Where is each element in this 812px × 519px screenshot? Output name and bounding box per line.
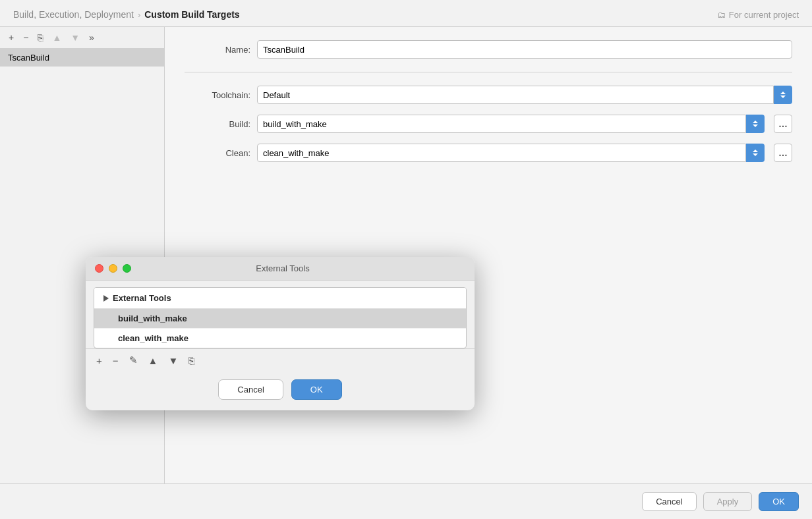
dialog-copy-button[interactable]: ⎘	[186, 354, 197, 368]
clean-down-arrow	[753, 153, 758, 156]
dialog-cancel-button[interactable]: Cancel	[218, 379, 283, 400]
sidebar-item-tscanbuild[interactable]: TscanBuild	[0, 49, 164, 67]
bottom-bar: Cancel Apply OK	[0, 483, 812, 519]
dialog-down-button[interactable]: ▼	[165, 354, 181, 368]
main-ok-button[interactable]: OK	[759, 492, 799, 511]
clean-stepper[interactable]	[746, 144, 765, 162]
toolchain-down-arrow	[780, 96, 786, 98]
toolchain-up-arrow	[780, 92, 786, 94]
breadcrumb-active: Custom Build Targets	[144, 9, 239, 20]
build-select-wrapper	[257, 115, 765, 133]
build-row: Build: …	[185, 115, 792, 133]
sidebar-toolbar: + − ⎘ ▲ ▼ »	[0, 27, 164, 49]
dialog-title: External Tools	[100, 263, 465, 273]
external-tools-dialog: External Tools External Tools build_with…	[86, 257, 475, 410]
clean-label: Clean:	[185, 148, 250, 158]
move-up-button[interactable]: ▲	[49, 31, 65, 44]
more-button[interactable]: »	[86, 31, 98, 44]
dialog-toolbar: + − ✎ ▲ ▼ ⎘	[86, 348, 475, 371]
for-project-label: For current project	[729, 10, 799, 20]
main-cancel-button[interactable]: Cancel	[642, 492, 696, 511]
breadcrumb-parent: Build, Execution, Deployment	[13, 9, 134, 20]
clean-input[interactable]	[257, 144, 746, 162]
build-label: Build:	[185, 119, 250, 129]
content-area: + − ⎘ ▲ ▼ » TscanBuild Name:	[0, 27, 812, 483]
build-stepper[interactable]	[746, 115, 765, 133]
dialog-remove-button[interactable]: −	[110, 354, 121, 368]
tree-item-build-with-make[interactable]: build_with_make	[94, 309, 466, 329]
main-apply-button[interactable]: Apply	[703, 492, 753, 511]
build-up-arrow	[753, 121, 758, 123]
tree-header: External Tools	[94, 288, 466, 309]
dialog-titlebar: External Tools	[86, 257, 475, 281]
name-row: Name:	[185, 40, 792, 59]
for-project: 🗂 For current project	[717, 10, 799, 20]
toolchain-select-wrapper	[257, 86, 792, 104]
clean-ellipsis-button[interactable]: …	[774, 144, 792, 162]
sidebar: + − ⎘ ▲ ▼ » TscanBuild	[0, 27, 165, 483]
divider	[185, 72, 792, 72]
name-input[interactable]	[257, 40, 792, 59]
copy-button[interactable]: ⎘	[34, 31, 46, 44]
breadcrumb-separator: ›	[138, 10, 140, 20]
toolchain-stepper[interactable]	[774, 86, 792, 104]
toolchain-label: Toolchain:	[185, 90, 250, 100]
dialog-add-button[interactable]: +	[94, 354, 105, 368]
add-button[interactable]: +	[5, 31, 17, 44]
dialog-up-button[interactable]: ▲	[146, 354, 161, 368]
build-input[interactable]	[257, 115, 746, 133]
remove-button[interactable]: −	[20, 31, 32, 44]
name-label: Name:	[185, 45, 250, 55]
clean-up-arrow	[753, 150, 758, 152]
tree-expand-icon	[103, 295, 109, 302]
dialog-bottom: Cancel OK	[86, 371, 475, 410]
dialog-tree: External Tools build_with_make clean_wit…	[94, 287, 467, 348]
tree-item-clean-with-make[interactable]: clean_with_make	[94, 329, 466, 348]
dialog-ok-button[interactable]: OK	[291, 379, 342, 400]
build-down-arrow	[753, 124, 758, 127]
dialog-edit-button[interactable]: ✎	[127, 353, 140, 368]
main-panel: Name: Toolchain: Build:	[165, 27, 812, 483]
header: Build, Execution, Deployment › Custom Bu…	[0, 0, 812, 27]
for-project-icon: 🗂	[717, 10, 726, 20]
move-down-button[interactable]: ▼	[67, 31, 83, 44]
breadcrumb: Build, Execution, Deployment › Custom Bu…	[13, 9, 240, 20]
clean-row: Clean: …	[185, 144, 792, 162]
tree-root-label: External Tools	[113, 293, 171, 303]
toolchain-input[interactable]	[257, 86, 774, 104]
build-ellipsis-button[interactable]: …	[774, 115, 792, 133]
clean-select-wrapper	[257, 144, 765, 162]
toolchain-row: Toolchain:	[185, 86, 792, 104]
